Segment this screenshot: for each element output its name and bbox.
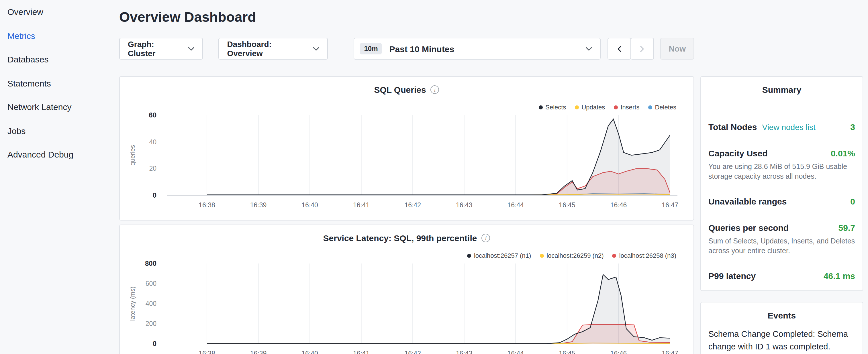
y-tick-label: 400: [120, 299, 156, 308]
x-tick-label: 16:47: [653, 350, 687, 354]
legend-item[interactable]: Inserts: [614, 104, 639, 110]
x-tick-label: 16:43: [447, 202, 482, 208]
legend-label: Updates: [582, 104, 605, 110]
sidebar-item-network-latency[interactable]: Network Latency: [7, 95, 119, 119]
graph-dropdown-label: Graph: Cluster: [128, 39, 182, 58]
y-tick-label: 0: [120, 340, 156, 348]
y-tick-label: 0: [120, 191, 156, 199]
summary-value: 3: [850, 122, 855, 132]
x-tick-label: 16:40: [292, 350, 327, 354]
time-range-select[interactable]: 10m Past 10 Minutes: [353, 38, 601, 60]
legend-dot: [648, 105, 652, 109]
event-item[interactable]: Schema Change Completed: Schema change w…: [708, 328, 855, 353]
events-card: Events Schema Change Completed: Schema c…: [700, 302, 863, 354]
summary-label: Unavailable ranges: [708, 196, 786, 206]
summary-description: Sum of Selects, Updates, Inserts, and De…: [708, 236, 855, 256]
legend-dot: [614, 105, 618, 109]
sidebar-item-statements[interactable]: Statements: [7, 71, 119, 95]
graph-dropdown[interactable]: Graph: Cluster: [119, 38, 203, 60]
x-tick-label: 16:44: [498, 350, 533, 354]
toolbar: Graph: Cluster Dashboard: Overview 10m P…: [119, 38, 694, 60]
chevron-right-icon: [641, 45, 645, 52]
x-tick-label: 16:42: [396, 202, 430, 208]
sidebar-item-jobs[interactable]: Jobs: [7, 119, 119, 142]
chart-canvas: [167, 115, 677, 196]
summary-row-total-nodes: Total Nodes View nodes list 3: [708, 122, 855, 133]
chart-title-row: SQL Queries i: [120, 77, 693, 95]
summary-label: Total Nodes: [708, 122, 757, 132]
legend-item[interactable]: localhost:26258 (n3): [612, 252, 676, 259]
x-tick-label: 16:39: [241, 202, 276, 208]
x-tick-label: 16:45: [550, 350, 584, 354]
sidebar-item-overview[interactable]: Overview: [7, 0, 119, 24]
chevron-down-icon: [188, 47, 194, 51]
series-area: [207, 119, 670, 195]
time-range-badge: 10m: [360, 43, 382, 55]
x-tick-label: 16:46: [601, 202, 636, 208]
x-tick-label: 16:40: [292, 202, 327, 208]
time-next-button[interactable]: [631, 38, 654, 60]
y-tick-label: 600: [120, 280, 156, 288]
legend-dot: [538, 105, 542, 109]
summary-label: Capacity Used: [708, 148, 768, 158]
app-window: Overview Metrics Databases Statements Ne…: [0, 0, 868, 354]
summary-value: 59.7: [838, 223, 855, 232]
legend-item[interactable]: Selects: [538, 104, 566, 110]
x-tick-label: 16:38: [190, 350, 224, 354]
right-column: Summary Total Nodes View nodes list 3 Ca…: [700, 0, 863, 354]
chart-legend: SelectsUpdatesInsertsDeletes: [538, 104, 676, 110]
summary-heading: Summary: [708, 84, 855, 96]
legend-item[interactable]: Updates: [575, 104, 605, 110]
legend-dot: [539, 254, 544, 257]
sidebar-item-advanced-debug[interactable]: Advanced Debug: [7, 142, 119, 166]
summary-card: Summary Total Nodes View nodes list 3 Ca…: [700, 76, 863, 291]
legend-dot: [575, 105, 579, 109]
dashboard-dropdown-label: Dashboard: Overview: [227, 39, 307, 58]
x-tick-label: 16:41: [344, 350, 378, 354]
y-axis-label: queries: [129, 145, 136, 165]
dashboard-dropdown[interactable]: Dashboard: Overview: [218, 38, 328, 60]
summary-row-capacity-used: Capacity Used 0.01%: [708, 148, 855, 160]
plot-wrap: latency (ms) 020040060080016:3816:3916:4…: [120, 263, 693, 354]
legend-dot: [612, 254, 616, 257]
summary-description: You are using 28.6 MiB of 515.9 GiB usab…: [708, 162, 855, 182]
chart-canvas: [167, 263, 677, 344]
chart-card-sql-queries: SQL Queries i SelectsUpdatesInsertsDelet…: [119, 76, 694, 221]
y-tick-label: 60: [120, 111, 156, 119]
chart-title-row: Service Latency: SQL, 99th percentile i: [120, 225, 693, 243]
x-tick-label: 16:41: [344, 202, 378, 208]
summary-label: P99 latency: [708, 271, 756, 281]
time-range-label: Past 10 Minutes: [390, 44, 455, 54]
legend-label: localhost:26259 (n2): [547, 252, 603, 259]
summary-label: Queries per second: [708, 223, 788, 232]
x-tick-label: 16:39: [241, 350, 276, 354]
chart-card-service-latency: Service Latency: SQL, 99th percentile i …: [119, 225, 694, 354]
x-tick-label: 16:44: [498, 202, 533, 208]
summary-value: 0.01%: [831, 148, 855, 158]
legend-item[interactable]: Deletes: [648, 104, 676, 110]
chevron-down-icon: [313, 47, 319, 51]
time-prev-button[interactable]: [608, 38, 631, 60]
legend-label: Inserts: [620, 104, 639, 110]
summary-row-unavailable-ranges: Unavailable ranges 0: [708, 196, 855, 208]
x-tick-label: 16:46: [601, 350, 636, 354]
legend-label: localhost:26257 (n1): [474, 252, 531, 259]
y-tick-label: 40: [120, 138, 156, 146]
sidebar: Overview Metrics Databases Statements Ne…: [0, 0, 119, 166]
legend-label: Selects: [545, 104, 566, 110]
summary-row-queries-per-second: Queries per second 59.7: [708, 223, 855, 234]
sidebar-item-metrics[interactable]: Metrics: [7, 24, 119, 47]
y-tick-label: 800: [120, 259, 156, 267]
legend-label: Deletes: [655, 104, 676, 110]
legend-item[interactable]: localhost:26259 (n2): [539, 252, 603, 259]
plot-area: [167, 115, 677, 196]
y-tick-label: 20: [120, 165, 156, 173]
legend-item[interactable]: localhost:26257 (n1): [467, 252, 531, 259]
sidebar-item-databases[interactable]: Databases: [7, 47, 119, 71]
main-content: Overview Dashboard Graph: Cluster Dashbo…: [119, 0, 694, 354]
info-icon[interactable]: i: [482, 234, 490, 242]
view-nodes-list-link[interactable]: View nodes list: [762, 123, 815, 132]
now-button[interactable]: Now: [660, 38, 694, 60]
info-icon[interactable]: i: [431, 85, 439, 94]
x-tick-label: 16:43: [447, 350, 482, 354]
